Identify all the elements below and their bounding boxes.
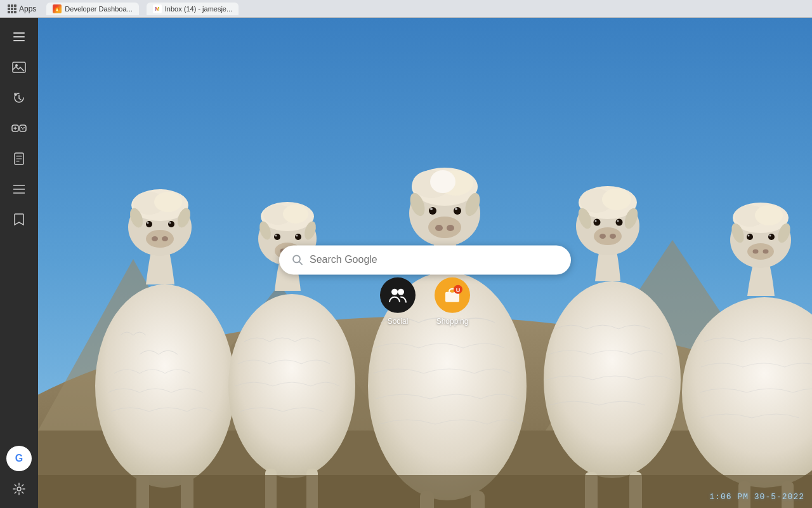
search-icon bbox=[292, 254, 303, 265]
svg-point-87 bbox=[599, 234, 606, 239]
games-icon[interactable] bbox=[6, 116, 32, 141]
svg-point-69 bbox=[455, 208, 457, 210]
social-icon bbox=[387, 284, 409, 306]
list-icon[interactable] bbox=[6, 177, 32, 202]
apps-grid-icon bbox=[8, 4, 16, 13]
svg-point-75 bbox=[544, 281, 681, 478]
svg-point-111 bbox=[398, 289, 404, 295]
svg-point-30 bbox=[154, 192, 182, 212]
bookmark-icon[interactable] bbox=[6, 207, 32, 232]
svg-point-110 bbox=[391, 289, 398, 295]
svg-point-46 bbox=[283, 204, 308, 224]
apps-button[interactable]: Apps bbox=[5, 3, 39, 15]
svg-rect-107 bbox=[38, 475, 812, 508]
svg-point-35 bbox=[147, 222, 149, 224]
svg-point-99 bbox=[768, 234, 775, 240]
svg-point-11 bbox=[22, 128, 23, 130]
svg-text:U: U bbox=[456, 287, 461, 293]
shopping-label: Shopping bbox=[436, 317, 469, 326]
clock-time: 1:06 PM 30-5-2022 bbox=[709, 492, 804, 502]
svg-rect-113 bbox=[450, 290, 454, 293]
svg-point-26 bbox=[95, 284, 235, 488]
svg-point-63 bbox=[430, 170, 455, 193]
hamburger-menu-icon[interactable] bbox=[6, 24, 32, 50]
svg-point-34 bbox=[168, 221, 174, 227]
svg-point-39 bbox=[162, 236, 168, 241]
background-container: Social U Shopping bbox=[38, 18, 812, 508]
svg-point-98 bbox=[747, 234, 753, 240]
tab-gmail-label: Inbox (14) - jamesje... bbox=[165, 5, 232, 13]
svg-point-72 bbox=[447, 225, 454, 231]
svg-line-109 bbox=[299, 262, 303, 265]
main-container: G bbox=[0, 18, 812, 508]
clock-date: 30-5-2022 bbox=[754, 492, 804, 502]
search-input[interactable] bbox=[310, 254, 558, 265]
svg-point-66 bbox=[429, 207, 436, 215]
svg-point-84 bbox=[595, 220, 597, 222]
clock-overlay: 1:06 PM 30-5-2022 bbox=[709, 492, 804, 502]
tab-favicon-dev: 🔥 bbox=[53, 4, 62, 13]
svg-point-103 bbox=[753, 250, 759, 254]
google-g-icon[interactable]: G bbox=[6, 446, 32, 471]
svg-point-71 bbox=[435, 225, 443, 231]
svg-point-88 bbox=[610, 234, 616, 239]
svg-point-52 bbox=[296, 235, 298, 237]
svg-point-9 bbox=[21, 127, 22, 128]
settings-icon[interactable] bbox=[6, 476, 32, 502]
edit-icon[interactable] bbox=[6, 146, 32, 171]
browser-chrome: Apps 🔥 Developer Dashboa... M Inbox (14)… bbox=[0, 0, 812, 18]
svg-point-85 bbox=[617, 220, 619, 222]
svg-point-49 bbox=[274, 234, 280, 240]
search-container bbox=[279, 245, 571, 274]
shortcuts-row: Social U Shopping bbox=[380, 277, 470, 326]
svg-point-104 bbox=[763, 250, 769, 254]
tab-gmail[interactable]: M Inbox (14) - jamesje... bbox=[147, 3, 239, 15]
tab-developer[interactable]: 🔥 Developer Dashboa... bbox=[46, 3, 138, 15]
svg-point-70 bbox=[428, 217, 461, 238]
social-label: Social bbox=[388, 317, 409, 326]
svg-point-86 bbox=[594, 227, 622, 245]
social-icon-wrap bbox=[380, 277, 416, 313]
svg-point-101 bbox=[769, 235, 771, 237]
svg-rect-0 bbox=[13, 32, 25, 34]
apps-label: Apps bbox=[19, 4, 36, 13]
svg-point-33 bbox=[146, 221, 152, 227]
svg-point-51 bbox=[275, 235, 277, 237]
clock-time-value: 1:06 bbox=[709, 492, 731, 502]
tab-favicon-gmail: M bbox=[153, 4, 162, 13]
history-icon[interactable] bbox=[6, 85, 32, 110]
svg-point-95 bbox=[755, 205, 783, 225]
svg-point-38 bbox=[152, 236, 158, 241]
svg-rect-2 bbox=[13, 40, 25, 41]
clock-period: PM bbox=[737, 492, 749, 502]
tab-developer-label: Developer Dashboa... bbox=[65, 5, 132, 13]
svg-point-68 bbox=[430, 208, 433, 210]
sidebar: G bbox=[0, 18, 38, 508]
svg-point-82 bbox=[594, 219, 601, 226]
svg-point-37 bbox=[146, 230, 174, 248]
svg-point-10 bbox=[23, 127, 25, 128]
svg-point-19 bbox=[17, 487, 21, 491]
svg-point-102 bbox=[747, 243, 774, 260]
media-icon[interactable] bbox=[6, 55, 32, 80]
svg-point-50 bbox=[295, 234, 301, 240]
svg-point-67 bbox=[454, 207, 461, 215]
svg-point-36 bbox=[169, 222, 171, 224]
svg-point-42 bbox=[228, 294, 355, 478]
search-bar[interactable] bbox=[279, 245, 571, 274]
svg-point-100 bbox=[748, 235, 750, 237]
svg-point-79 bbox=[602, 189, 631, 210]
shortcut-shopping[interactable]: U Shopping bbox=[435, 277, 470, 326]
shortcut-social[interactable]: Social bbox=[380, 277, 416, 326]
svg-point-83 bbox=[616, 219, 623, 226]
shopping-icon-wrap: U bbox=[435, 277, 470, 313]
svg-rect-1 bbox=[13, 36, 25, 37]
shopping-icon: U bbox=[442, 284, 463, 306]
